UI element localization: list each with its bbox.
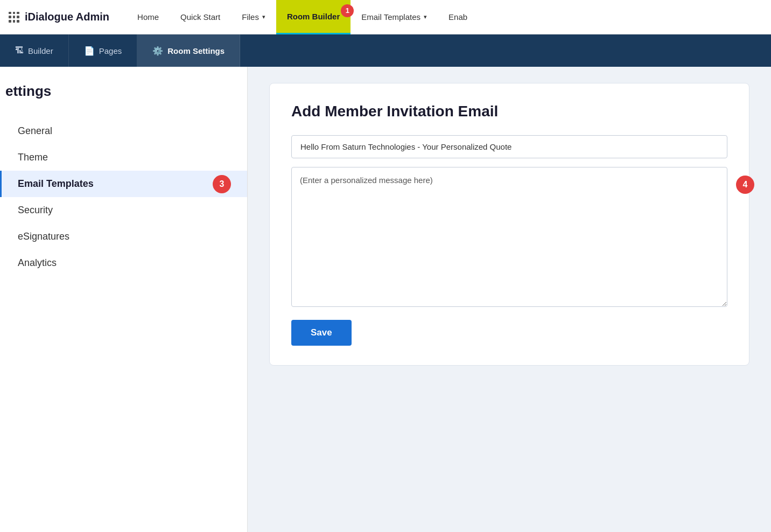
message-textarea[interactable] — [291, 167, 727, 307]
main-layout: ettings General Theme Email Templates 3 … — [0, 67, 771, 532]
subject-input[interactable] — [291, 135, 727, 158]
sub-nav-room-settings-wrapper: ⚙️ Room Settings 2 — [137, 34, 240, 67]
sub-nav-pages[interactable]: 📄 Pages — [69, 34, 138, 67]
sidebar: ettings General Theme Email Templates 3 … — [0, 67, 248, 532]
files-chevron-icon: ▾ — [262, 13, 265, 20]
nav-quick-start[interactable]: Quick Start — [170, 0, 231, 34]
sub-nav-room-settings[interactable]: ⚙️ Room Settings — [137, 34, 240, 67]
sidebar-item-esignatures[interactable]: eSignatures — [0, 223, 247, 250]
room-settings-icon: ⚙️ — [152, 46, 163, 56]
sidebar-item-theme[interactable]: Theme — [0, 144, 247, 171]
brand-name: iDialogue Admin — [25, 11, 109, 23]
nav-room-builder[interactable]: Room Builder — [276, 0, 351, 34]
nav-home[interactable]: Home — [127, 0, 170, 34]
sidebar-title: ettings — [0, 78, 247, 113]
brand: iDialogue Admin — [9, 11, 109, 23]
sidebar-item-analytics[interactable]: Analytics — [0, 250, 247, 276]
sidebar-menu: General Theme Email Templates 3 Security… — [0, 118, 247, 276]
nav-enab[interactable]: Enab — [438, 0, 478, 34]
message-field-wrapper: (Enter a personalized message here) 4 — [291, 167, 727, 309]
pages-icon: 📄 — [84, 46, 95, 56]
nav-room-builder-wrapper: Room Builder 1 — [276, 0, 351, 34]
top-nav-items: Home Quick Start Files ▾ Room Builder 1 … — [127, 0, 762, 34]
nav-email-templates-wrapper: Email Templates ▾ — [351, 0, 438, 34]
sidebar-item-security[interactable]: Security — [0, 197, 247, 223]
sidebar-item-general[interactable]: General — [0, 118, 247, 144]
message-badge: 4 — [736, 176, 754, 194]
sidebar-item-email-templates[interactable]: Email Templates 3 — [0, 171, 247, 197]
email-templates-chevron-icon: ▾ — [424, 13, 427, 20]
nav-email-templates[interactable]: Email Templates ▾ — [351, 0, 438, 34]
sub-nav: 🏗 Builder 📄 Pages ⚙️ Room Settings 2 — [0, 34, 771, 67]
sub-nav-builder[interactable]: 🏗 Builder — [0, 34, 69, 67]
builder-icon: 🏗 — [15, 46, 24, 55]
card-title: Add Member Invitation Email — [291, 103, 727, 120]
content-card: Add Member Invitation Email (Enter a per… — [269, 83, 749, 366]
email-templates-badge: 3 — [213, 175, 231, 193]
top-nav: iDialogue Admin Home Quick Start Files ▾… — [0, 0, 771, 34]
sub-nav-pages-label: Pages — [99, 46, 122, 55]
grid-icon — [9, 12, 19, 23]
save-button[interactable]: Save — [291, 320, 352, 346]
nav-files[interactable]: Files ▾ — [231, 0, 276, 34]
content-area: Add Member Invitation Email (Enter a per… — [248, 67, 771, 532]
sub-nav-room-settings-label: Room Settings — [167, 46, 225, 55]
sub-nav-builder-label: Builder — [28, 46, 53, 55]
